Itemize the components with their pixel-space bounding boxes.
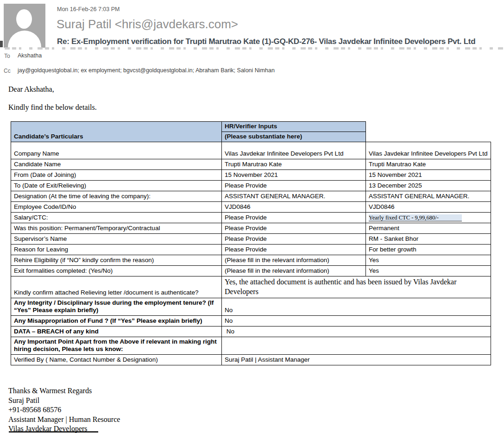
table-row: Was this position: Permanent/Temporary/C…	[11, 223, 491, 234]
row-label: Any Misappropriation of Fund ? (If “Yes”…	[11, 316, 222, 326]
table-row: Supervisor’s NamePlease ProvideRM - Sank…	[11, 234, 491, 245]
table-row: Verified By ( Name, Contact Number & Des…	[11, 355, 491, 365]
table-row: Designation (At the time of leaving the …	[11, 191, 491, 202]
table-row: Company NameVilas Javdekar Infinitee Dev…	[11, 142, 491, 159]
row-label: Designation (At the time of leaving the …	[11, 191, 222, 202]
clipped-next-line	[9, 431, 98, 433]
email-reading-pane: Mon 16-Feb-26 7:03 PM Suraj Patil <hris@…	[0, 0, 504, 433]
table-row: Rehire Eligibility (if “NO” kindly confi…	[11, 255, 491, 266]
message-date: Mon 16-Feb-26 7:03 PM	[57, 6, 120, 13]
row-hr-input: 15 November 2021	[222, 170, 366, 181]
signature-role: Assistant Manager | Human Resource	[8, 415, 120, 425]
greeting-text: Dear Akshatha,	[8, 85, 54, 94]
cc-recipients[interactable]: jay@goldquestglobal.in; ex employment; b…	[18, 67, 275, 74]
row-label: DATA – BREACH of any kind	[11, 326, 222, 337]
table-row: Kindly confirm attached Relieving letter…	[11, 276, 491, 298]
table-row: To (Date of Exit/Relieving)Please Provid…	[11, 181, 491, 191]
row-hr-input: (Please fill in the relevant information…	[222, 255, 366, 266]
verification-table: Candidate’s Particulars HR/Verifier Inpu…	[11, 121, 491, 365]
signature-phone: +91-89568 68576	[8, 405, 120, 415]
row-answer	[222, 337, 491, 355]
sender-name[interactable]: Suraj Patil <hris@javdekars.com>	[57, 17, 238, 31]
row-hr-input: Please Provide	[222, 181, 366, 191]
table-row: Any Integrity / Disciplinary Issue durin…	[11, 298, 491, 316]
row-verifier-value: Yes	[366, 255, 491, 266]
row-verifier-value: Permanent	[366, 223, 491, 234]
signature-thanks: Thanks & Warmest Regards	[8, 386, 120, 396]
header-empty-cell	[366, 122, 491, 142]
to-recipient[interactable]: Akshatha	[18, 52, 42, 59]
row-label: Salary/CTC:	[11, 213, 222, 223]
row-hr-input: (Please fill in the relevant information…	[222, 266, 366, 276]
table-row: Salary/CTC:Please ProvideYearly fixed CT…	[11, 213, 491, 223]
signature-name: Suraj Patil	[8, 396, 120, 406]
row-hr-input: ASSISTANT GENERAL MANAGER.	[222, 191, 366, 202]
row-hr-input: VJD0846	[222, 202, 366, 213]
row-label: Reason for Leaving	[11, 245, 222, 255]
message-subject: Re: Ex-Employment verification for Trupt…	[57, 37, 475, 46]
row-hr-input: Trupti Marutrao Kate	[222, 159, 366, 170]
signature-block: Thanks & Warmest Regards Suraj Patil +91…	[8, 386, 120, 433]
row-answer: Yes, the attached document is authentic …	[222, 276, 491, 298]
row-verifier-value: Yearly fixed CTC - 9,99,680/-	[366, 213, 491, 223]
table-row: DATA – BREACH of any kind No	[11, 326, 491, 337]
row-label: Supervisor’s Name	[11, 234, 222, 245]
intro-text: Kindly find the below details.	[8, 103, 97, 112]
row-verifier-value: 13 December 2025	[366, 181, 491, 191]
row-verifier-value: 15 November 2021	[366, 170, 491, 181]
row-label: From (Date of Joining)	[11, 170, 222, 181]
row-label: Company Name	[11, 142, 222, 159]
row-answer: Suraj Patil | Assistant Manager	[222, 355, 491, 365]
table-row: Reason for LeavingPlease ProvideFor bett…	[11, 245, 491, 255]
row-label: Exit formalities completed: (Yes/No)	[11, 266, 222, 276]
flag-marker	[0, 41, 3, 47]
row-verifier-value: VJD0846	[366, 202, 491, 213]
avatar-person-icon	[16, 9, 32, 29]
row-verifier-value: Yes	[366, 266, 491, 276]
row-answer: No	[222, 316, 491, 326]
ctc-highlighted-value: Yearly fixed CTC - 9,99,680/-	[369, 214, 462, 221]
cc-label: Cc	[4, 68, 11, 74]
avatar-person-shoulders	[8, 31, 41, 48]
row-verifier-value: ASSISTANT GENERAL MANAGER.	[366, 191, 491, 202]
row-answer: No	[222, 326, 491, 337]
row-label: Kindly confirm attached Relieving letter…	[11, 276, 222, 298]
row-hr-input: Please Provide	[222, 213, 366, 223]
row-answer: No	[222, 298, 491, 316]
row-hr-input: Please Provide	[222, 223, 366, 234]
to-label: To	[4, 53, 10, 59]
table-row: From (Date of Joining)15 November 202115…	[11, 170, 491, 181]
row-hr-input: Please Provide	[222, 245, 366, 255]
row-hr-input: Vilas Javdekar Infinitee Developers Pvt …	[222, 142, 366, 159]
header-hr-verifier-inputs: HR/Verifier Inputs	[222, 122, 366, 132]
row-label: Any Important Point Apart from the Above…	[11, 337, 222, 355]
table-row: Employee Code/ID/NoVJD0846VJD0846	[11, 202, 491, 213]
table-row: Candidate NameTrupti Marutrao KateTrupti…	[11, 159, 491, 170]
row-label: Any Integrity / Disciplinary Issue durin…	[11, 298, 222, 316]
row-hr-input: Please Provide	[222, 234, 366, 245]
table-row: Exit formalities completed: (Yes/No)(Ple…	[11, 266, 491, 276]
row-verifier-value: For better growth	[366, 245, 491, 255]
row-verifier-value: RM - Sanket Bhor	[366, 234, 491, 245]
table-header-row-1: Candidate’s Particulars HR/Verifier Inpu…	[11, 122, 491, 132]
clipped-text-strip	[5, 47, 503, 50]
header-substantiate: (Please substantiate here)	[222, 132, 366, 142]
verification-table-body: Company NameVilas Javdekar Infinitee Dev…	[11, 142, 491, 365]
row-verifier-value: Vilas Javdekar Infinitee Developers Pvt …	[366, 142, 491, 159]
table-row: Any Misappropriation of Fund ? (If “Yes”…	[11, 316, 491, 326]
row-label: To (Date of Exit/Relieving)	[11, 181, 222, 191]
row-label: Candidate Name	[11, 159, 222, 170]
row-label: Rehire Eligibility (if “NO” kindly confi…	[11, 255, 222, 266]
row-label: Verified By ( Name, Contact Number & Des…	[11, 355, 222, 365]
table-row: Any Important Point Apart from the Above…	[11, 337, 491, 355]
row-label: Was this position: Permanent/Temporary/C…	[11, 223, 222, 234]
row-verifier-value: Trupti Marutrao Kate	[366, 159, 491, 170]
row-label: Employee Code/ID/No	[11, 202, 222, 213]
header-candidates-particulars: Candidate’s Particulars	[11, 122, 222, 142]
sender-avatar[interactable]	[4, 4, 45, 48]
